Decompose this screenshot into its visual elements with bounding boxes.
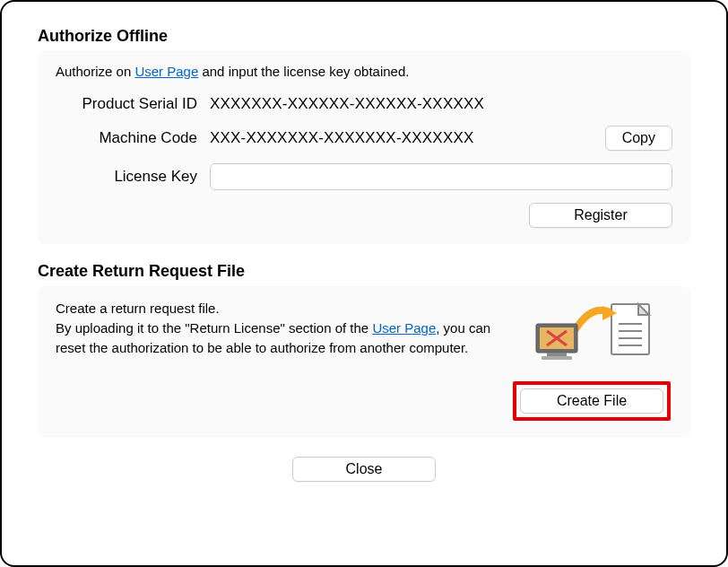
copy-button[interactable]: Copy <box>605 126 672 151</box>
instruction-text-before: Authorize on <box>56 64 134 79</box>
machine-value: XXX-XXXXXXX-XXXXXXX-XXXXXXX <box>210 129 591 147</box>
license-key-input[interactable] <box>210 163 672 190</box>
serial-value: XXXXXXX-XXXXXX-XXXXXX-XXXXXX <box>210 95 672 113</box>
svg-rect-10 <box>542 356 572 360</box>
machine-label: Machine Code <box>56 129 210 147</box>
dialog-window: Authorize Offline Authorize on User Page… <box>0 0 728 567</box>
svg-rect-9 <box>547 353 567 356</box>
license-row: License Key <box>56 163 672 190</box>
return-title: Create Return Request File <box>38 262 690 281</box>
return-line2-before: By uploading it to the "Return License" … <box>56 320 372 336</box>
user-page-link[interactable]: User Page <box>134 64 198 79</box>
return-description: Create a return request file. By uploadi… <box>56 299 493 357</box>
return-panel: Create a return request file. By uploadi… <box>38 286 690 437</box>
license-label: License Key <box>56 168 210 186</box>
create-file-highlight: Create File <box>513 381 671 421</box>
machine-row: Machine Code XXX-XXXXXXX-XXXXXXX-XXXXXXX… <box>56 126 672 151</box>
transfer-illustration-icon <box>529 299 654 369</box>
instruction-text-after: and input the license key obtained. <box>198 64 409 79</box>
register-button[interactable]: Register <box>529 203 672 228</box>
authorize-panel: Authorize on User Page and input the lic… <box>38 51 690 244</box>
user-page-link-2[interactable]: User Page <box>372 320 436 336</box>
serial-label: Product Serial ID <box>56 95 210 113</box>
authorize-instruction: Authorize on User Page and input the lic… <box>56 64 672 79</box>
footer: Close <box>38 457 690 482</box>
authorize-title: Authorize Offline <box>38 27 690 46</box>
close-button[interactable]: Close <box>292 457 436 482</box>
serial-row: Product Serial ID XXXXXXX-XXXXXX-XXXXXX-… <box>56 95 672 113</box>
return-line1: Create a return request file. <box>56 301 220 316</box>
create-file-button[interactable]: Create File <box>520 388 663 414</box>
